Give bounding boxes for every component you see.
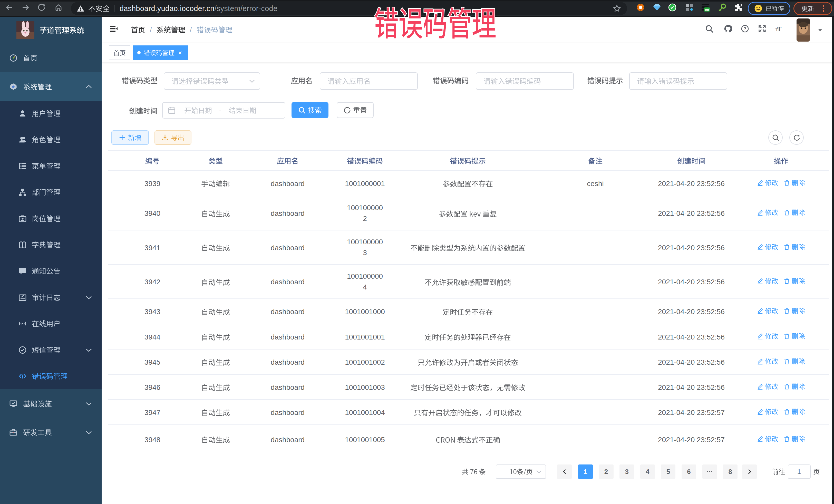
svg-text:T: T	[775, 28, 778, 32]
svg-text:?: ?	[744, 26, 746, 31]
svg-text:on: on	[705, 8, 709, 12]
